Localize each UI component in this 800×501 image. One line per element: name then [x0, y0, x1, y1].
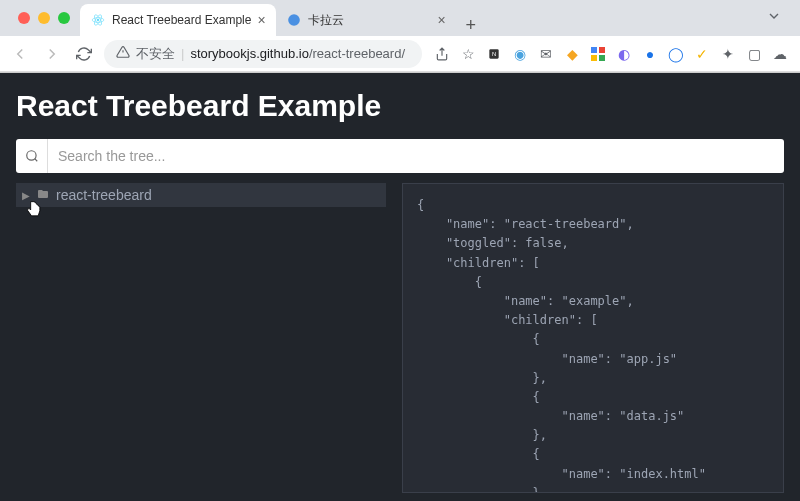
svg-point-13 [26, 151, 35, 160]
maximize-window-button[interactable] [58, 12, 70, 24]
kalayun-favicon-icon [286, 12, 302, 28]
extension-icon[interactable]: ✓ [694, 46, 710, 62]
address-bar: 不安全 | storybookjs.github.io/react-treebe… [0, 36, 800, 72]
tab-bar: React Treebeard Example × 卡拉云 × + [0, 0, 800, 36]
expand-tabs-icon[interactable] [756, 8, 792, 28]
search-input[interactable] [48, 139, 784, 173]
folder-icon [36, 188, 50, 203]
search-box [16, 139, 784, 173]
svg-rect-10 [599, 47, 605, 53]
tabs: React Treebeard Example × 卡拉云 × + [80, 0, 756, 36]
page-title: React Treebeard Example [16, 89, 784, 123]
window-controls [8, 12, 80, 24]
extension-icon[interactable]: ◯ [668, 46, 684, 62]
svg-point-4 [288, 14, 300, 26]
extension-icon[interactable]: N [486, 46, 502, 62]
extension-icon[interactable] [590, 46, 606, 62]
browser-chrome: React Treebeard Example × 卡拉云 × + [0, 0, 800, 73]
svg-line-14 [34, 159, 37, 162]
not-secure-icon [116, 45, 130, 62]
back-button[interactable] [8, 42, 32, 66]
bookmark-icon[interactable]: ☆ [460, 46, 476, 62]
new-tab-button[interactable]: + [456, 15, 487, 36]
close-window-button[interactable] [18, 12, 30, 24]
extensions-icon[interactable]: ✦ [720, 46, 736, 62]
extension-icon[interactable]: ☁ [772, 46, 788, 62]
json-viewer: { "name": "react-treebeard", "toggled": … [402, 183, 784, 493]
tree-panel: ▶ react-treebeard [16, 183, 386, 493]
mail-icon[interactable]: ✉ [538, 46, 554, 62]
reload-button[interactable] [72, 42, 96, 66]
tab-kalayun[interactable]: 卡拉云 × [276, 4, 456, 36]
tab-react-treebeard[interactable]: React Treebeard Example × [80, 4, 276, 36]
toolbar-icons: ☆ N ◉ ✉ ◆ ◐ ● ◯ ✓ ✦ ▢ ☁ [430, 46, 792, 62]
security-label: 不安全 [136, 45, 175, 63]
svg-text:N: N [492, 51, 496, 57]
search-icon [16, 139, 48, 173]
app-content: React Treebeard Example ▶ react-treebear… [0, 73, 800, 501]
tab-label: 卡拉云 [308, 12, 432, 29]
forward-button[interactable] [40, 42, 64, 66]
extension-icon[interactable]: ◉ [512, 46, 528, 62]
url-text: storybookjs.github.io/react-treebeard/ [190, 46, 410, 61]
url-input[interactable]: 不安全 | storybookjs.github.io/react-treebe… [104, 40, 422, 68]
caret-right-icon: ▶ [22, 190, 30, 201]
tree-node-label: react-treebeard [56, 187, 152, 203]
react-favicon-icon [90, 12, 106, 28]
close-tab-icon[interactable]: × [257, 12, 265, 28]
svg-rect-9 [591, 47, 597, 53]
share-icon[interactable] [434, 46, 450, 62]
minimize-window-button[interactable] [38, 12, 50, 24]
extension-icon[interactable]: ◐ [616, 46, 632, 62]
svg-point-0 [97, 19, 99, 21]
cursor-hand-icon [24, 199, 44, 226]
svg-rect-12 [599, 55, 605, 61]
svg-rect-11 [591, 55, 597, 61]
extension-icon[interactable]: ▢ [746, 46, 762, 62]
panels: ▶ react-treebeard { "name": "react-treeb… [16, 183, 784, 493]
tab-label: React Treebeard Example [112, 13, 251, 27]
extension-icon[interactable]: ◆ [564, 46, 580, 62]
tree-node-root[interactable]: ▶ react-treebeard [16, 183, 386, 207]
close-tab-icon[interactable]: × [437, 12, 445, 28]
extension-icon[interactable]: ● [642, 46, 658, 62]
